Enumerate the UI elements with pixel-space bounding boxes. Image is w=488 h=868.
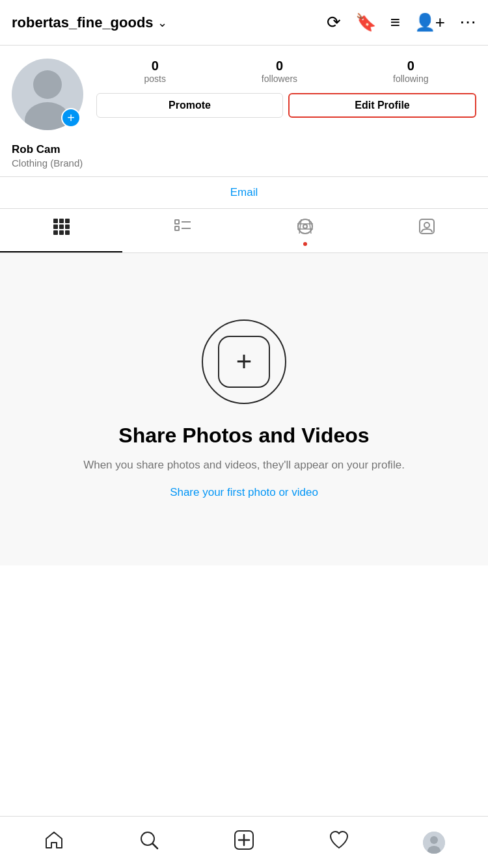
svg-rect-9 xyxy=(59,230,64,235)
reels-notification-dot xyxy=(303,242,307,246)
followers-label: followers xyxy=(262,74,297,84)
action-buttons: Promote Edit Profile xyxy=(96,93,476,118)
empty-state-subtitle: When you share photos and videos, they'l… xyxy=(83,457,405,474)
tagged-icon xyxy=(418,218,435,239)
history-icon[interactable]: ⟳ xyxy=(327,12,341,33)
share-cta-link[interactable]: Share your first photo or video xyxy=(170,486,318,499)
svg-rect-6 xyxy=(59,224,64,229)
add-post-icon-circle: + xyxy=(202,319,286,404)
bottom-nav-add[interactable] xyxy=(197,830,291,855)
bottom-nav-activity[interactable] xyxy=(291,830,386,855)
posts-label: posts xyxy=(144,74,165,84)
add-photo-button[interactable]: + xyxy=(61,108,81,128)
svg-rect-11 xyxy=(175,220,179,224)
profile-category: Clothing (Brand) xyxy=(12,157,476,169)
profile-header: + 0 posts 0 followers 0 following Promot… xyxy=(0,46,488,137)
profile-info: Rob Cam Clothing (Brand) xyxy=(0,137,488,176)
svg-rect-10 xyxy=(65,230,70,235)
username-dropdown[interactable]: robertas_fine_goods ⌄ xyxy=(12,14,327,31)
profile-name: Rob Cam xyxy=(12,143,476,156)
tab-reels[interactable] xyxy=(244,209,366,252)
followers-stat[interactable]: 0 followers xyxy=(262,59,297,84)
svg-line-24 xyxy=(153,844,157,848)
menu-list-icon[interactable]: ≡ xyxy=(390,12,400,33)
username-text: robertas_fine_goods xyxy=(12,14,154,31)
bookmark-icon[interactable]: 🔖 xyxy=(355,12,376,33)
add-person-icon[interactable]: 👤+ xyxy=(414,12,445,33)
list-icon xyxy=(174,218,191,239)
promote-button[interactable]: Promote xyxy=(96,93,283,118)
add-post-inner: + xyxy=(218,336,270,388)
svg-point-0 xyxy=(33,70,62,99)
svg-rect-4 xyxy=(65,219,70,223)
following-stat[interactable]: 0 following xyxy=(393,59,428,84)
following-label: following xyxy=(393,74,428,84)
svg-point-29 xyxy=(430,836,438,844)
main-content-area: + Share Photos and Videos When you share… xyxy=(0,253,488,565)
stats-row: 0 posts 0 followers 0 following xyxy=(96,59,476,84)
following-count: 0 xyxy=(407,59,414,74)
posts-count: 0 xyxy=(152,59,159,74)
svg-rect-3 xyxy=(59,219,64,223)
email-link[interactable]: Email xyxy=(230,186,258,198)
svg-rect-8 xyxy=(53,230,58,235)
heart-icon xyxy=(329,830,349,855)
email-section: Email xyxy=(0,176,488,209)
svg-point-16 xyxy=(303,224,307,228)
bottom-navigation xyxy=(0,816,488,868)
grid-icon xyxy=(53,218,70,239)
tab-list[interactable] xyxy=(122,209,245,252)
top-navigation: robertas_fine_goods ⌄ ⟳ 🔖 ≡ 👤+ ⋯ xyxy=(0,0,488,46)
svg-point-22 xyxy=(424,223,429,228)
avatar-wrapper: + xyxy=(12,59,83,130)
bottom-avatar xyxy=(423,832,445,854)
bottom-nav-search[interactable] xyxy=(102,830,197,855)
svg-rect-7 xyxy=(65,224,70,229)
header-icons: ⟳ 🔖 ≡ 👤+ ⋯ xyxy=(327,12,476,33)
tab-grid[interactable] xyxy=(0,209,122,252)
content-tabs xyxy=(0,209,488,253)
empty-state-title: Share Photos and Videos xyxy=(118,424,369,448)
reels-icon xyxy=(297,218,314,239)
more-options-icon[interactable]: ⋯ xyxy=(459,12,476,33)
followers-count: 0 xyxy=(276,59,283,74)
chevron-down-icon: ⌄ xyxy=(157,16,167,30)
svg-rect-13 xyxy=(175,226,179,230)
svg-rect-5 xyxy=(53,224,58,229)
add-icon xyxy=(234,830,254,855)
svg-point-23 xyxy=(141,832,154,845)
bottom-nav-profile[interactable] xyxy=(386,832,481,854)
edit-profile-button[interactable]: Edit Profile xyxy=(288,93,476,118)
bottom-nav-home[interactable] xyxy=(7,830,102,855)
posts-stat: 0 posts xyxy=(144,59,165,84)
search-icon xyxy=(139,830,159,855)
svg-rect-2 xyxy=(53,219,58,223)
profile-stats: 0 posts 0 followers 0 following Promote … xyxy=(96,59,476,118)
home-icon xyxy=(44,830,64,855)
tab-tagged[interactable] xyxy=(366,209,489,252)
